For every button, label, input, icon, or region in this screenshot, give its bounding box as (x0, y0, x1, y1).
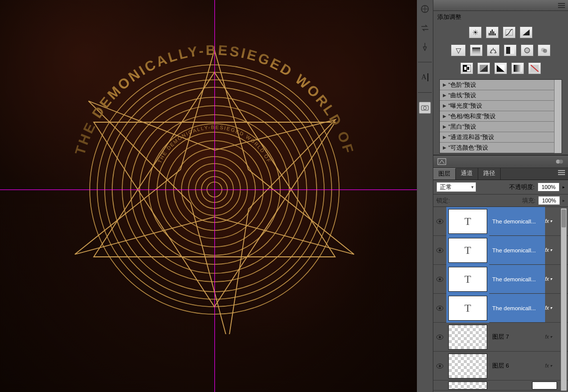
svg-point-54 (439, 220, 441, 222)
tab-paths[interactable]: 路径 (478, 168, 501, 180)
layer-row[interactable]: TThe demonicall...fx▾ (433, 207, 568, 236)
exposure-icon[interactable] (520, 26, 533, 38)
preset-row[interactable]: ▶"黑白"预设 (440, 122, 554, 132)
preset-label: "可选颜色"预设 (448, 144, 488, 152)
photo-filter-icon[interactable] (521, 44, 534, 56)
layer-thumbnail[interactable]: T (448, 238, 487, 263)
visibility-toggle[interactable] (433, 364, 446, 369)
lock-label: 锁定: (436, 197, 450, 204)
black-white-icon[interactable] (504, 44, 517, 56)
expand-triangle-icon: ▶ (443, 135, 446, 140)
visibility-toggle[interactable] (433, 219, 446, 224)
layer-mask-thumbnail[interactable] (532, 382, 557, 390)
histogram-icon[interactable] (419, 3, 431, 15)
layers-scrollbar[interactable] (561, 208, 567, 391)
layers-panel-menu-icon[interactable] (558, 170, 565, 175)
visibility-toggle[interactable] (433, 277, 446, 282)
selective-color-icon[interactable] (528, 62, 541, 74)
svg-rect-33 (472, 51, 480, 53)
layer-thumbnail[interactable] (448, 325, 487, 350)
threshold-icon[interactable] (494, 62, 507, 74)
tool-strip: A (417, 0, 433, 392)
layer-row[interactable]: TThe demonicall...fx▾ (433, 294, 568, 323)
preset-row[interactable]: ▶"色阶"预设 (440, 80, 554, 90)
svg-rect-29 (495, 33, 496, 35)
layer-row[interactable]: TThe demonicall...fx▾ (433, 265, 568, 294)
layer-thumbnail[interactable]: T (448, 296, 487, 321)
eye-icon (436, 219, 443, 224)
presets-scrollbar[interactable] (554, 80, 562, 153)
layer-name[interactable]: The demonicall... (489, 294, 545, 322)
layer-row[interactable] (433, 381, 568, 391)
preset-label: "色相/饱和度"预设 (448, 113, 496, 120)
levels-icon[interactable] (486, 26, 499, 38)
fill-input[interactable] (538, 196, 560, 205)
visibility-toggle[interactable] (433, 306, 446, 311)
guide-vertical[interactable] (214, 0, 215, 392)
svg-point-64 (439, 365, 441, 367)
channel-mixer-icon[interactable] (538, 44, 551, 56)
panel-menu-icon[interactable] (558, 3, 565, 8)
layers-tabs: 图层 通道 路径 (433, 168, 568, 180)
vibrance-icon[interactable]: ▽ (451, 44, 466, 56)
brush-icon[interactable] (419, 41, 431, 53)
preset-row[interactable]: ▶"色相/饱和度"预设 (440, 111, 554, 122)
layer-fx-indicator[interactable]: fx▾ (545, 218, 559, 224)
swap-icon[interactable] (419, 22, 431, 34)
layer-name[interactable]: The demonicall... (489, 236, 545, 264)
expand-triangle-icon: ▶ (443, 82, 446, 87)
preset-row[interactable]: ▶"曝光度"预设 (440, 101, 554, 111)
svg-rect-48 (438, 159, 446, 165)
invert-icon[interactable] (460, 62, 473, 74)
hue-sat-icon[interactable] (470, 44, 483, 56)
layer-thumbnail[interactable]: T (448, 209, 487, 234)
layer-fx-indicator[interactable]: fx▾ (545, 247, 559, 253)
svg-point-50 (559, 160, 563, 164)
layer-thumbnail[interactable] (448, 354, 487, 379)
layer-fx-indicator[interactable]: fx▾ (545, 334, 559, 340)
layer-row[interactable]: 图层 7fx▾ (433, 323, 568, 352)
svg-rect-27 (492, 29, 493, 35)
visibility-toggle[interactable] (433, 248, 446, 253)
posterize-icon[interactable] (477, 62, 490, 74)
character-panel-icon[interactable]: A (419, 71, 431, 83)
layer-lock-row: 锁定: 填充: ▸ (433, 195, 568, 207)
preset-label: "色阶"预设 (448, 81, 476, 89)
layer-row[interactable]: 图层 6fx▾ (433, 352, 568, 381)
brightness-contrast-icon[interactable]: ☀ (469, 26, 482, 38)
layer-name[interactable]: The demonicall... (489, 207, 545, 235)
layer-name[interactable]: The demonicall... (489, 265, 545, 293)
lock-position-icon[interactable] (473, 196, 481, 204)
layer-row[interactable]: TThe demonicall...fx▾ (433, 236, 568, 265)
tab-layers[interactable]: 图层 (433, 168, 456, 180)
lock-transparent-icon[interactable] (452, 196, 460, 204)
camera-icon[interactable] (419, 102, 431, 114)
layer-thumbnail[interactable] (448, 382, 487, 390)
layer-name[interactable]: 图层 7 (489, 323, 545, 351)
curves-icon[interactable] (503, 26, 516, 38)
visibility-toggle[interactable] (433, 335, 446, 340)
layer-fx-indicator[interactable]: fx▾ (545, 276, 559, 282)
toggle-icon[interactable] (437, 158, 446, 165)
canvas[interactable]: THE DEMONICALLY-BESIEGED WORLD OF THE DE… (0, 0, 417, 392)
layer-thumbnail[interactable]: T (448, 267, 487, 292)
preset-row[interactable]: ▶"曲线"预设 (440, 90, 554, 101)
layer-name[interactable]: 图层 6 (489, 352, 545, 380)
preset-row[interactable]: ▶"通道混和器"预设 (440, 132, 554, 143)
guide-horizontal[interactable] (0, 190, 417, 190)
eye-icon (436, 306, 443, 311)
blend-mode-dropdown[interactable]: 正常 (436, 182, 476, 192)
lock-all-icon[interactable] (484, 196, 492, 204)
trash-icon[interactable] (555, 158, 564, 165)
expand-triangle-icon: ▶ (443, 124, 446, 129)
gradient-map-icon[interactable] (511, 62, 524, 74)
lock-image-icon[interactable] (463, 196, 471, 204)
svg-rect-25 (489, 33, 490, 35)
layer-fx-indicator[interactable]: fx▾ (545, 363, 559, 369)
color-balance-icon[interactable] (487, 44, 500, 56)
preset-row[interactable]: ▶"可选颜色"预设 (440, 143, 554, 153)
tab-channels[interactable]: 通道 (456, 168, 478, 180)
fill-label: 填充: (522, 197, 536, 204)
opacity-input[interactable] (538, 183, 560, 192)
layer-fx-indicator[interactable]: fx▾ (545, 305, 559, 311)
